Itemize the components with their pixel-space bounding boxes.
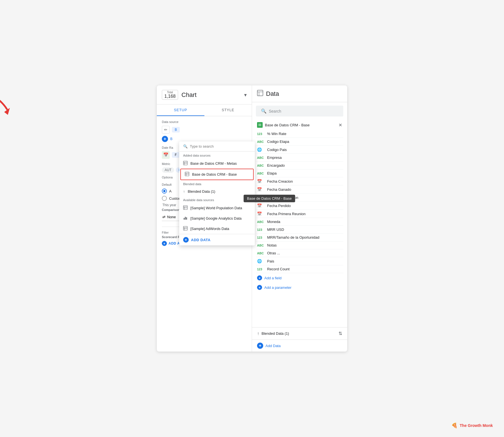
field-name: Etapa bbox=[267, 171, 277, 175]
radio-auto[interactable] bbox=[162, 189, 167, 194]
add-data-source-button[interactable]: + bbox=[162, 136, 168, 142]
field-type-abc: ABC bbox=[257, 164, 265, 167]
field-fecha-primera-reunion[interactable]: 📅 Fecha Primera Reunion bbox=[256, 210, 343, 218]
main-container: Total 1,168 Chart ▾ SETUP STYLE Data sou… bbox=[157, 85, 347, 352]
field-name: MRR/Tamaño de la Oportunidad bbox=[267, 235, 319, 240]
svg-rect-1 bbox=[257, 90, 263, 96]
blended-row: ↑ Blended Data (1) bbox=[257, 331, 289, 336]
right-title: Data bbox=[266, 90, 279, 97]
blended-label: Blended data bbox=[179, 180, 255, 187]
field-name: Notas bbox=[267, 243, 277, 247]
dropdown-available-1[interactable]: [Sample] World Population Data bbox=[179, 203, 255, 213]
field-mrr-usd[interactable]: 123 MRR USD bbox=[256, 226, 343, 234]
blend-icon: ↑ bbox=[257, 331, 259, 336]
field-type-123: 123 bbox=[257, 132, 265, 136]
dropdown-search: 🔍 bbox=[179, 141, 255, 152]
svg-rect-21 bbox=[185, 217, 186, 220]
field-codigo-pais[interactable]: 🌐 Codigo Pais bbox=[256, 146, 343, 154]
add-data-footer[interactable]: + Add Data bbox=[252, 340, 347, 352]
field-name: Fecha Ganado bbox=[267, 187, 291, 192]
add-data-icon: + bbox=[257, 343, 263, 349]
field-name: Pais bbox=[267, 259, 274, 263]
right-panel: Data 🔍 Search Base de Datos CRM - Base bbox=[252, 85, 347, 352]
dropdown-search-input[interactable] bbox=[190, 144, 251, 148]
dropdown-blended-item[interactable]: ↑ Blended Data (1) bbox=[179, 187, 255, 196]
field-name: % Win Rate bbox=[267, 132, 286, 136]
watermark: 🍕 The Growth Monk bbox=[451, 422, 493, 429]
add-source-row: + B bbox=[162, 136, 247, 142]
field-notas[interactable]: ABC Notas bbox=[256, 241, 343, 249]
field-win-rate[interactable]: 123 % Win Rate bbox=[256, 130, 343, 138]
field-mrr-tamano[interactable]: 123 MRR/Tamaño de la Oportunidad bbox=[256, 234, 343, 241]
field-type-cal: 📅 bbox=[257, 211, 265, 216]
field-etapa[interactable]: ABC Etapa bbox=[256, 169, 343, 177]
watermark-text: The Growth Monk bbox=[460, 423, 493, 428]
available-item-label: [Sample] AdWords Data bbox=[190, 227, 229, 231]
edit-icon[interactable]: ✏ bbox=[162, 126, 170, 134]
data-source-row: ✏ B bbox=[162, 126, 247, 134]
field-moneda[interactable]: ABC Moneda bbox=[256, 218, 343, 226]
field-fecha-perdido[interactable]: 📅 Fecha Perdido bbox=[256, 202, 343, 210]
arrows-icon: ⇄ bbox=[162, 215, 165, 219]
dropdown-item-label: Base de Datos CRM - Base bbox=[192, 172, 237, 176]
field-name: Codigo Etapa bbox=[267, 140, 289, 144]
chevron-down-icon[interactable]: ▾ bbox=[244, 92, 247, 98]
field-type-abc: ABC bbox=[257, 220, 265, 224]
pill-aut[interactable]: AUT bbox=[162, 167, 174, 173]
radio-custom[interactable] bbox=[162, 196, 167, 201]
field-name: MRR USD bbox=[267, 227, 284, 232]
radio-auto-label: A bbox=[169, 189, 172, 193]
field-type-abc: ABC bbox=[257, 244, 265, 247]
data-source-tag[interactable]: B bbox=[172, 127, 180, 133]
add-data-dropdown-button[interactable]: + ADD DATA bbox=[179, 234, 255, 245]
red-arrow bbox=[0, 84, 11, 118]
field-name: Moneda bbox=[267, 220, 280, 224]
svg-rect-12 bbox=[185, 172, 189, 176]
chart-title: Chart bbox=[181, 91, 241, 99]
dropdown-item-metas[interactable]: Base de Datos CRM - Metas bbox=[179, 158, 255, 169]
data-source-dropdown: 🔍 Added data sources Base de Datos CRM -… bbox=[179, 141, 255, 245]
field-list: 123 % Win Rate ABC Codigo Etapa 🌐 Codigo… bbox=[252, 130, 347, 327]
data-source-header: Base de Datos CRM - Base ✕ bbox=[252, 120, 347, 130]
field-name: Otras ... bbox=[267, 251, 280, 255]
search-bar[interactable]: 🔍 Search bbox=[256, 106, 343, 117]
dropdown-item-label: Base de Datos CRM - Metas bbox=[190, 161, 237, 166]
add-field-button[interactable]: + Add a field bbox=[256, 273, 343, 283]
blended-item-label: Blended Data (1) bbox=[188, 189, 215, 194]
dropdown-item-base[interactable]: Base de Datos CRM - Base bbox=[180, 169, 254, 180]
field-encargado[interactable]: ABC Encargado bbox=[256, 162, 343, 169]
blended-text: Blended Data (1) bbox=[262, 331, 289, 336]
tab-setup[interactable]: SETUP bbox=[157, 104, 204, 116]
available-item-label: [Sample] Google Analytics Data bbox=[190, 216, 242, 220]
svg-rect-20 bbox=[184, 218, 185, 220]
search-input-placeholder: Search bbox=[269, 109, 281, 113]
add-data-btn-label: ADD DATA bbox=[191, 238, 211, 242]
field-fecha-ganado[interactable]: 📅 Fecha Ganado bbox=[256, 185, 343, 194]
dropdown-available-2[interactable]: [Sample] Google Analytics Data bbox=[179, 213, 255, 224]
tab-style[interactable]: STYLE bbox=[204, 104, 252, 116]
add-filter-icon: + bbox=[162, 241, 167, 246]
field-codigo-etapa[interactable]: ABC Codigo Etapa bbox=[256, 138, 343, 146]
field-name: Encargado bbox=[267, 163, 285, 168]
field-name: Fecha Perdido bbox=[267, 204, 291, 208]
search-icon: 🔍 bbox=[183, 144, 188, 148]
field-otras[interactable]: ABC Otras ... bbox=[256, 249, 343, 257]
add-parameter-button[interactable]: + Add a parameter bbox=[256, 283, 343, 292]
field-type-cal: 📅 bbox=[257, 179, 265, 183]
date-range-value[interactable]: F bbox=[172, 152, 179, 158]
total-number: 1,168 bbox=[164, 94, 176, 99]
table-icon bbox=[185, 172, 189, 177]
add-field-icon: + bbox=[257, 275, 262, 280]
field-fecha-creacion[interactable]: 📅 Fecha Creacion bbox=[256, 177, 343, 185]
none-label: None bbox=[167, 215, 176, 219]
close-icon[interactable]: ✕ bbox=[339, 122, 342, 128]
field-empresa[interactable]: ABC Empresa bbox=[256, 154, 343, 162]
field-type-cal: 📅 bbox=[257, 187, 265, 192]
svg-rect-5 bbox=[258, 124, 261, 124]
field-pais[interactable]: 🌐 Pais bbox=[256, 257, 343, 265]
calendar-icon: 📅 bbox=[162, 151, 170, 159]
comparison-dropdown-value: ⇄ None bbox=[162, 215, 176, 219]
field-record-count[interactable]: 123 Record Count bbox=[256, 265, 343, 273]
sort-icon[interactable]: ⇅ bbox=[339, 331, 342, 336]
dropdown-available-3[interactable]: [Sample] AdWords Data bbox=[179, 224, 255, 234]
